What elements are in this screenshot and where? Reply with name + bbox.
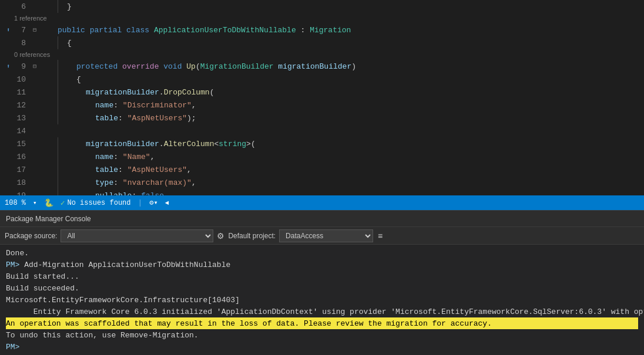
code-line-17: table: "AspNetUsers", bbox=[58, 163, 644, 176]
collapse-7[interactable]: ⊟ bbox=[31, 26, 39, 33]
code-line-9: protected override void Up(MigrationBuil… bbox=[58, 60, 644, 73]
no-issues-area: ✓ No issues found bbox=[61, 198, 131, 208]
code-line-14 bbox=[58, 124, 644, 137]
line-icon-7: ⬆ bbox=[2, 26, 14, 33]
ref-hint-7: 1 reference bbox=[2, 13, 53, 23]
line-num-19: 19 bbox=[14, 191, 31, 196]
line-num-13: 13 bbox=[14, 114, 31, 123]
line-num-11: 11 bbox=[14, 88, 31, 97]
status-divider: | bbox=[138, 198, 143, 207]
line-gutter: 6 1 reference ⬆ 7 ⊟ 8 0 refere bbox=[0, 0, 53, 195]
line-num-9: 9 bbox=[14, 62, 31, 71]
line-num-16: 16 bbox=[14, 153, 31, 161]
console-title-bar: Package Manager Console bbox=[0, 211, 644, 227]
console-panel: Package Manager Console Package source: … bbox=[0, 210, 644, 355]
code-line-11: migrationBuilder.DropColumn( bbox=[58, 86, 644, 99]
line-num-18: 18 bbox=[14, 178, 31, 187]
code-editor: 6 1 reference ⬆ 7 ⊟ 8 0 refere bbox=[0, 0, 644, 195]
ref-spacer-9 bbox=[58, 49, 644, 60]
line-num-17: 17 bbox=[14, 165, 31, 174]
line-num-12: 12 bbox=[14, 101, 31, 110]
zoom-down-icon[interactable]: ▾ bbox=[33, 199, 37, 207]
app-container: 6 1 reference ⬆ 7 ⊟ 8 0 refere bbox=[0, 0, 644, 355]
line-num-15: 15 bbox=[14, 140, 31, 148]
python-icon: 🐍 bbox=[44, 198, 53, 208]
console-line-cmd: PM> Add-Migration ApplicationUserToDbWit… bbox=[6, 259, 638, 271]
collapse-9[interactable]: ⊟ bbox=[31, 63, 39, 70]
code-line-8: { bbox=[58, 36, 644, 49]
console-line-build-succeeded: Build succeeded. bbox=[6, 282, 638, 294]
code-line-13: table: "AspNetUsers"); bbox=[58, 111, 644, 124]
ref-hint-9: 0 references bbox=[2, 49, 53, 60]
settings-icon[interactable]: ⚙ bbox=[217, 231, 224, 241]
console-line-undo: To undo this action, use Remove-Migratio… bbox=[6, 329, 638, 341]
package-source-label: Package source: bbox=[5, 232, 57, 240]
status-bar: 108 % ▾ 🐍 ✓ No issues found | ⚙▾ ◄ bbox=[0, 195, 644, 210]
nav-arrow[interactable]: ◄ bbox=[165, 200, 169, 207]
console-title-text: Package Manager Console bbox=[6, 215, 91, 223]
code-line-12: name: "Discriminator", bbox=[58, 99, 644, 111]
code-line-18: type: "nvarchar(max)", bbox=[58, 176, 644, 189]
zoom-level: 108 % bbox=[5, 199, 26, 207]
console-line-done: Done. bbox=[6, 247, 638, 259]
line-num-14: 14 bbox=[14, 127, 31, 136]
console-output: Done. PM> Add-Migration ApplicationUserT… bbox=[0, 245, 644, 355]
console-toolbar: Package source: All ⚙ Default project: D… bbox=[0, 227, 644, 245]
line-num-7: 7 bbox=[14, 26, 31, 35]
console-line-ef-core: Microsoft.EntityFrameworkCore.Infrastruc… bbox=[6, 294, 638, 306]
code-line-15: migrationBuilder.AlterColumn<string>( bbox=[58, 137, 644, 150]
nav-icon[interactable]: ⚙▾ bbox=[149, 198, 157, 207]
clear-console-button[interactable]: ≡ bbox=[377, 231, 384, 241]
line-num-6: 6 bbox=[14, 2, 31, 11]
code-content: } public partial class ApplicationUserTo… bbox=[53, 0, 644, 195]
code-line-16: name: "Name", bbox=[58, 150, 644, 163]
line-num-10: 10 bbox=[14, 75, 31, 84]
default-project-label: Default project: bbox=[228, 232, 276, 240]
console-line-build-started: Build started... bbox=[6, 271, 638, 282]
default-project-dropdown[interactable]: DataAccess bbox=[279, 229, 373, 242]
code-line-19: nullable: false, bbox=[58, 189, 644, 195]
check-icon: ✓ bbox=[61, 198, 65, 208]
code-line-6: } bbox=[58, 0, 644, 13]
console-line-prompt: PM> bbox=[6, 341, 638, 353]
console-line-warning: An operation was scaffolded that may res… bbox=[6, 317, 638, 329]
line-num-8: 8 bbox=[14, 39, 31, 48]
code-line-10: { bbox=[58, 73, 644, 86]
code-line-7: public partial class ApplicationUserToDb… bbox=[58, 23, 644, 36]
line-icon-9: ⬆ bbox=[2, 63, 14, 70]
no-issues-text: No issues found bbox=[67, 199, 130, 207]
ref-spacer-7 bbox=[58, 13, 644, 23]
package-source-dropdown[interactable]: All bbox=[61, 229, 213, 242]
console-line-ef-init: Entity Framework Core 6.0.3 initialized … bbox=[6, 306, 638, 317]
